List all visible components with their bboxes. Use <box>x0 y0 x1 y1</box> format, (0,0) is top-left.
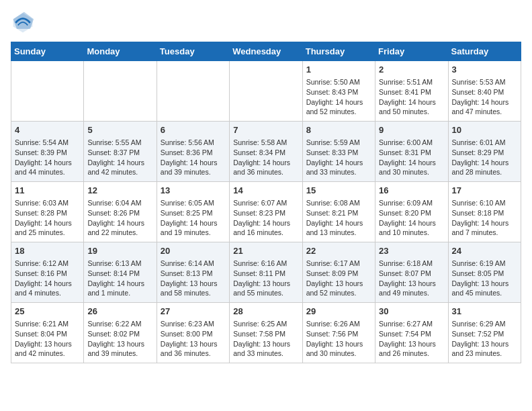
days-of-week-row: SundayMondayTuesdayWednesdayThursdayFrid… <box>11 42 521 61</box>
calendar-cell: 26Sunrise: 6:22 AM Sunset: 8:02 PM Dayli… <box>84 303 157 363</box>
day-info: Sunrise: 5:51 AM Sunset: 8:41 PM Dayligh… <box>379 77 444 117</box>
day-number: 2 <box>379 64 444 76</box>
calendar-cell: 24Sunrise: 6:19 AM Sunset: 8:05 PM Dayli… <box>448 242 521 303</box>
day-number: 19 <box>87 245 152 257</box>
calendar-cell: 21Sunrise: 6:16 AM Sunset: 8:11 PM Dayli… <box>230 242 302 303</box>
day-of-week-header: Saturday <box>448 42 521 61</box>
day-info: Sunrise: 6:09 AM Sunset: 8:20 PM Dayligh… <box>379 198 444 238</box>
calendar-cell: 20Sunrise: 6:14 AM Sunset: 8:13 PM Dayli… <box>157 242 229 303</box>
logo <box>11 11 38 35</box>
calendar-cell: 6Sunrise: 5:56 AM Sunset: 8:36 PM Daylig… <box>157 122 229 182</box>
day-of-week-header: Monday <box>84 42 157 61</box>
calendar-cell: 17Sunrise: 6:10 AM Sunset: 8:18 PM Dayli… <box>448 182 521 242</box>
day-number: 24 <box>452 245 517 257</box>
day-info: Sunrise: 6:13 AM Sunset: 8:14 PM Dayligh… <box>87 259 152 298</box>
day-info: Sunrise: 5:54 AM Sunset: 8:39 PM Dayligh… <box>15 138 80 177</box>
day-info: Sunrise: 6:17 AM Sunset: 8:09 PM Dayligh… <box>306 259 371 298</box>
day-info: Sunrise: 6:16 AM Sunset: 8:11 PM Dayligh… <box>233 259 298 298</box>
day-info: Sunrise: 6:03 AM Sunset: 8:28 PM Dayligh… <box>15 198 80 238</box>
day-info: Sunrise: 6:07 AM Sunset: 8:23 PM Dayligh… <box>233 198 298 238</box>
day-number: 26 <box>87 306 152 318</box>
day-info: Sunrise: 5:59 AM Sunset: 8:33 PM Dayligh… <box>306 138 371 177</box>
day-number: 27 <box>161 306 226 318</box>
day-info: Sunrise: 5:55 AM Sunset: 8:37 PM Dayligh… <box>87 138 152 177</box>
calendar-table: SundayMondayTuesdayWednesdayThursdayFrid… <box>11 42 521 363</box>
day-number: 8 <box>306 124 371 136</box>
calendar-cell: 2Sunrise: 5:51 AM Sunset: 8:41 PM Daylig… <box>375 61 448 122</box>
calendar-cell: 18Sunrise: 6:12 AM Sunset: 8:16 PM Dayli… <box>11 242 84 303</box>
svg-marker-1 <box>13 12 34 29</box>
day-number: 13 <box>161 185 226 197</box>
calendar-cell: 16Sunrise: 6:09 AM Sunset: 8:20 PM Dayli… <box>375 182 448 242</box>
calendar-cell: 15Sunrise: 6:08 AM Sunset: 8:21 PM Dayli… <box>302 182 375 242</box>
day-number: 7 <box>233 124 298 136</box>
day-info: Sunrise: 5:56 AM Sunset: 8:36 PM Dayligh… <box>161 138 226 177</box>
day-of-week-header: Sunday <box>11 42 84 61</box>
day-number: 28 <box>233 306 298 318</box>
calendar-cell: 4Sunrise: 5:54 AM Sunset: 8:39 PM Daylig… <box>11 122 84 182</box>
day-info: Sunrise: 6:19 AM Sunset: 8:05 PM Dayligh… <box>452 259 517 298</box>
day-number: 25 <box>15 306 80 318</box>
day-info: Sunrise: 5:58 AM Sunset: 8:34 PM Dayligh… <box>233 138 298 177</box>
day-of-week-header: Friday <box>375 42 448 61</box>
day-info: Sunrise: 6:08 AM Sunset: 8:21 PM Dayligh… <box>306 198 371 238</box>
day-number: 30 <box>379 306 444 318</box>
day-info: Sunrise: 6:25 AM Sunset: 7:58 PM Dayligh… <box>233 319 298 359</box>
calendar-body: 1Sunrise: 5:50 AM Sunset: 8:43 PM Daylig… <box>11 61 521 363</box>
day-info: Sunrise: 6:18 AM Sunset: 8:07 PM Dayligh… <box>379 259 444 298</box>
calendar-cell <box>157 61 229 122</box>
day-info: Sunrise: 6:26 AM Sunset: 7:56 PM Dayligh… <box>306 319 371 359</box>
calendar-cell: 28Sunrise: 6:25 AM Sunset: 7:58 PM Dayli… <box>230 303 302 363</box>
calendar-cell <box>230 61 302 122</box>
day-info: Sunrise: 6:29 AM Sunset: 7:52 PM Dayligh… <box>452 319 517 359</box>
day-number: 3 <box>452 64 517 76</box>
day-info: Sunrise: 6:27 AM Sunset: 7:54 PM Dayligh… <box>379 319 444 359</box>
calendar-cell: 23Sunrise: 6:18 AM Sunset: 8:07 PM Dayli… <box>375 242 448 303</box>
day-number: 10 <box>452 124 517 136</box>
calendar-cell: 9Sunrise: 6:00 AM Sunset: 8:31 PM Daylig… <box>375 122 448 182</box>
day-info: Sunrise: 6:01 AM Sunset: 8:29 PM Dayligh… <box>452 138 517 177</box>
day-info: Sunrise: 6:21 AM Sunset: 8:04 PM Dayligh… <box>15 319 80 359</box>
calendar-week-row: 25Sunrise: 6:21 AM Sunset: 8:04 PM Dayli… <box>11 303 521 363</box>
day-of-week-header: Thursday <box>302 42 375 61</box>
calendar-cell: 29Sunrise: 6:26 AM Sunset: 7:56 PM Dayli… <box>302 303 375 363</box>
day-info: Sunrise: 6:22 AM Sunset: 8:02 PM Dayligh… <box>87 319 152 359</box>
calendar-cell: 8Sunrise: 5:59 AM Sunset: 8:33 PM Daylig… <box>302 122 375 182</box>
day-number: 12 <box>87 185 152 197</box>
day-of-week-header: Wednesday <box>230 42 302 61</box>
day-info: Sunrise: 5:50 AM Sunset: 8:43 PM Dayligh… <box>306 77 371 117</box>
calendar-cell <box>84 61 157 122</box>
day-info: Sunrise: 6:00 AM Sunset: 8:31 PM Dayligh… <box>379 138 444 177</box>
calendar-cell: 22Sunrise: 6:17 AM Sunset: 8:09 PM Dayli… <box>302 242 375 303</box>
day-number: 15 <box>306 185 371 197</box>
day-info: Sunrise: 6:10 AM Sunset: 8:18 PM Dayligh… <box>452 198 517 238</box>
day-number: 31 <box>452 306 517 318</box>
day-info: Sunrise: 6:14 AM Sunset: 8:13 PM Dayligh… <box>161 259 226 298</box>
calendar-cell: 19Sunrise: 6:13 AM Sunset: 8:14 PM Dayli… <box>84 242 157 303</box>
calendar-week-row: 1Sunrise: 5:50 AM Sunset: 8:43 PM Daylig… <box>11 61 521 122</box>
calendar-cell: 3Sunrise: 5:53 AM Sunset: 8:40 PM Daylig… <box>448 61 521 122</box>
calendar-cell: 10Sunrise: 6:01 AM Sunset: 8:29 PM Dayli… <box>448 122 521 182</box>
day-number: 4 <box>15 124 80 136</box>
calendar-cell: 5Sunrise: 5:55 AM Sunset: 8:37 PM Daylig… <box>84 122 157 182</box>
calendar-cell: 31Sunrise: 6:29 AM Sunset: 7:52 PM Dayli… <box>448 303 521 363</box>
day-number: 21 <box>233 245 298 257</box>
day-number: 16 <box>379 185 444 197</box>
calendar-cell: 1Sunrise: 5:50 AM Sunset: 8:43 PM Daylig… <box>302 61 375 122</box>
logo-icon <box>11 11 35 35</box>
day-number: 17 <box>452 185 517 197</box>
calendar-cell: 27Sunrise: 6:23 AM Sunset: 8:00 PM Dayli… <box>157 303 229 363</box>
day-info: Sunrise: 6:12 AM Sunset: 8:16 PM Dayligh… <box>15 259 80 298</box>
calendar-week-row: 11Sunrise: 6:03 AM Sunset: 8:28 PM Dayli… <box>11 182 521 242</box>
day-number: 14 <box>233 185 298 197</box>
calendar-header: SundayMondayTuesdayWednesdayThursdayFrid… <box>11 42 521 61</box>
calendar-week-row: 4Sunrise: 5:54 AM Sunset: 8:39 PM Daylig… <box>11 122 521 182</box>
day-info: Sunrise: 5:53 AM Sunset: 8:40 PM Dayligh… <box>452 77 517 117</box>
calendar-cell: 12Sunrise: 6:04 AM Sunset: 8:26 PM Dayli… <box>84 182 157 242</box>
day-info: Sunrise: 6:05 AM Sunset: 8:25 PM Dayligh… <box>161 198 226 238</box>
calendar-cell: 11Sunrise: 6:03 AM Sunset: 8:28 PM Dayli… <box>11 182 84 242</box>
day-of-week-header: Tuesday <box>157 42 229 61</box>
calendar-cell: 25Sunrise: 6:21 AM Sunset: 8:04 PM Dayli… <box>11 303 84 363</box>
day-info: Sunrise: 6:23 AM Sunset: 8:00 PM Dayligh… <box>161 319 226 359</box>
page-header <box>11 11 521 35</box>
